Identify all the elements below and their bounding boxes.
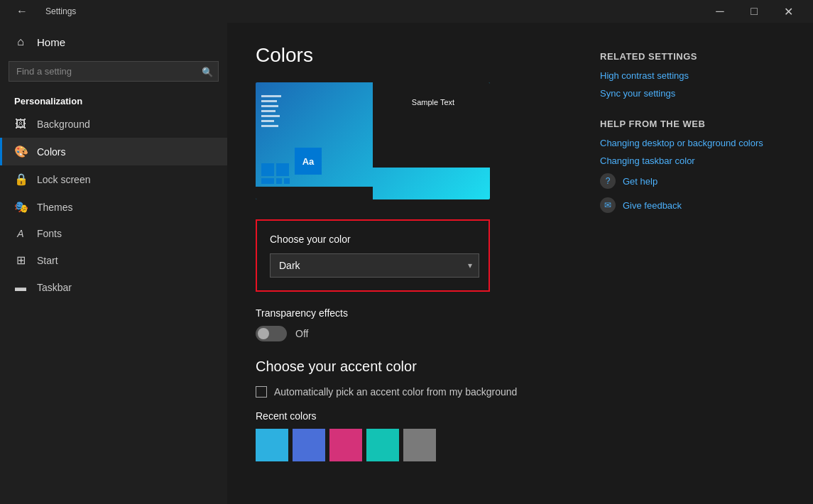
close-button[interactable]: ✕: [772, 0, 804, 23]
preview-aa-tile: Aa: [295, 148, 322, 175]
preview-line-1: [261, 95, 281, 97]
themes-icon: 🎭: [14, 200, 27, 214]
high-contrast-link[interactable]: High contrast settings: [600, 70, 785, 81]
background-icon: 🖼: [14, 118, 27, 131]
sidebar-item-home[interactable]: ⌂ Home: [0, 28, 227, 55]
auto-accent-label: Automatically pick an accent color from …: [274, 386, 517, 398]
preview-tiles: [261, 163, 290, 184]
preview-sample-text: Sample Text: [383, 92, 483, 153]
preview-tile-row-1: [261, 163, 290, 176]
sidebar-item-taskbar[interactable]: ▬ Taskbar: [0, 274, 227, 301]
preview-line-4: [261, 110, 275, 112]
preview-tile: [261, 163, 274, 176]
window-controls: ─ □ ✕: [704, 0, 804, 23]
swatch-indigo[interactable]: [293, 429, 325, 461]
app-title: Settings: [45, 6, 76, 16]
sidebar-label-taskbar: Taskbar: [37, 282, 72, 293]
get-help-item[interactable]: ? Get help: [600, 173, 785, 189]
color-dropdown-wrapper: Light Dark Custom ▾: [270, 253, 479, 278]
give-feedback-icon: ✉: [600, 197, 616, 213]
preview-line-2: [261, 100, 277, 102]
transparency-toggle[interactable]: [256, 326, 287, 341]
main-content: Colors Sample Text Aa: [227, 23, 813, 504]
get-help-icon: ?: [600, 173, 616, 189]
start-icon: ⊞: [14, 253, 27, 267]
preview-line-7: [261, 125, 278, 127]
preview-tile: [276, 163, 289, 176]
sidebar-item-background[interactable]: 🖼 Background: [0, 111, 227, 138]
sidebar-label-fonts: Fonts: [37, 228, 62, 239]
preview-tile: [284, 178, 290, 184]
sidebar-search-container: 🔍: [9, 61, 219, 82]
get-help-label: Get help: [623, 176, 658, 187]
sidebar-item-colors[interactable]: 🎨 Colors: [0, 138, 227, 165]
sidebar-label-start: Start: [37, 255, 58, 266]
sidebar-label-themes: Themes: [37, 202, 73, 213]
fonts-icon: A: [14, 228, 27, 239]
preview-tile-row-2: [261, 178, 290, 184]
choose-color-section: Choose your color Light Dark Custom ▾: [256, 219, 490, 292]
auto-accent-row: Automatically pick an accent color from …: [256, 386, 557, 398]
changing-taskbar-link[interactable]: Changing taskbar color: [600, 155, 785, 166]
taskbar-icon: ▬: [14, 281, 27, 294]
give-feedback-label: Give feedback: [623, 200, 682, 211]
related-settings-title: Related Settings: [600, 51, 785, 62]
search-icon: 🔍: [202, 66, 213, 77]
sidebar-label-colors: Colors: [37, 146, 65, 158]
recent-colors-title: Recent colors: [256, 410, 557, 422]
minimize-button[interactable]: ─: [704, 0, 736, 23]
maximize-button[interactable]: □: [738, 0, 770, 23]
transparency-section: Transparency effects Off: [256, 307, 557, 341]
home-icon: ⌂: [14, 35, 27, 48]
sidebar-section-title: Personalization: [0, 90, 227, 111]
sidebar-item-themes[interactable]: 🎭 Themes: [0, 193, 227, 221]
swatch-pink[interactable]: [329, 429, 362, 461]
color-swatches: [256, 429, 557, 461]
back-button[interactable]: ←: [6, 0, 38, 23]
preview-line-3: [261, 105, 278, 107]
swatch-gray[interactable]: [403, 429, 436, 461]
main-left: Colors Sample Text Aa: [256, 44, 557, 483]
preview-lines: [261, 95, 281, 127]
colors-icon: 🎨: [14, 145, 27, 158]
sidebar-item-lock-screen[interactable]: 🔒 Lock screen: [0, 165, 227, 193]
changing-desktop-link[interactable]: Changing desktop or background colors: [600, 138, 785, 148]
accent-color-section: Choose your accent color Automatically p…: [256, 358, 557, 461]
color-dropdown[interactable]: Light Dark Custom: [270, 253, 479, 278]
give-feedback-item[interactable]: ✉ Give feedback: [600, 197, 785, 213]
help-section: Help from the web Changing desktop or ba…: [600, 119, 785, 213]
toggle-label: Off: [295, 328, 308, 339]
page-title: Colors: [256, 44, 557, 67]
toggle-row: Off: [256, 326, 557, 341]
transparency-title: Transparency effects: [256, 307, 557, 319]
sidebar-label-background: Background: [37, 119, 90, 130]
auto-accent-checkbox[interactable]: [256, 386, 267, 398]
app-body: ⌂ Home 🔍 Personalization 🖼 Background 🎨 …: [0, 23, 813, 504]
lock-icon: 🔒: [14, 172, 27, 186]
title-bar: ← Settings ─ □ ✕: [0, 0, 813, 23]
accent-title: Choose your accent color: [256, 358, 557, 375]
sidebar-item-start[interactable]: ⊞ Start: [0, 246, 227, 274]
toggle-knob: [258, 328, 269, 339]
title-bar-left: ← Settings: [6, 0, 76, 23]
preview-tile: [276, 178, 282, 184]
sync-settings-link[interactable]: Sync your settings: [600, 88, 785, 99]
help-title: Help from the web: [600, 119, 785, 129]
preview-line-6: [261, 120, 274, 122]
sidebar: ⌂ Home 🔍 Personalization 🖼 Background 🎨 …: [0, 23, 227, 504]
preview-line-5: [261, 115, 280, 117]
right-panel: Related Settings High contrast settings …: [600, 44, 785, 483]
sidebar-label-lock-screen: Lock screen: [37, 174, 90, 185]
preview-tile: [261, 178, 274, 184]
search-input[interactable]: [9, 61, 219, 82]
choose-color-label: Choose your color: [270, 234, 476, 245]
home-label: Home: [37, 36, 65, 48]
swatch-blue[interactable]: [256, 429, 288, 461]
color-preview: Sample Text Aa: [256, 82, 490, 199]
sidebar-item-fonts[interactable]: A Fonts: [0, 221, 227, 246]
swatch-teal[interactable]: [366, 429, 399, 461]
preview-taskbar: [256, 187, 373, 199]
